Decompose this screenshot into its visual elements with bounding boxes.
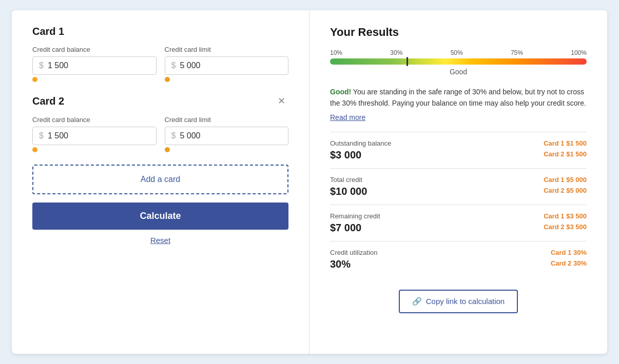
card1-limit-input-wrapper: $: [165, 56, 289, 75]
credit-utilization-label: Credit utilization: [330, 249, 458, 256]
remaining-card1-value: $3 500: [566, 212, 587, 220]
outstanding-balance-left: Outstanding balance $3 000: [330, 132, 458, 168]
card2-balance-input-wrapper: $: [32, 127, 157, 145]
card1-limit-dot: [165, 77, 170, 82]
remaining-card1-label: Card 1: [544, 212, 564, 220]
gauge-label-30: 30%: [390, 49, 402, 56]
copy-link-container: 🔗 Copy link to calculation: [330, 290, 587, 313]
link-icon: 🔗: [412, 297, 422, 306]
card1-balance-input[interactable]: [48, 61, 150, 70]
outstanding-card1-value: $1 500: [566, 139, 587, 147]
outstanding-card2: Card 2 $1 500: [458, 150, 587, 158]
card2-limit-dot: [165, 147, 170, 152]
total-card2-label: Card 2: [544, 187, 564, 194]
total-credit-breakdown: Card 1 $5 000 Card 2 $5 000: [458, 176, 587, 194]
total-credit-right: Card 1 $5 000 Card 2 $5 000: [458, 168, 587, 205]
outstanding-balance-value: $3 000: [330, 149, 458, 161]
card2-balance-dot: [32, 147, 37, 152]
card2-limit-group: Credit card limit $: [165, 116, 289, 152]
left-panel: Card 1 Credit card balance $ Credit card…: [12, 10, 310, 354]
utilization-card1-label: Card 1: [551, 249, 571, 256]
reset-button[interactable]: Reset: [32, 236, 288, 245]
description-text: You are standing in the safe range of 30…: [330, 88, 586, 107]
add-card-button[interactable]: Add a card: [32, 165, 288, 194]
gauge-center-label: Good: [330, 68, 587, 76]
outstanding-balance-breakdown: Card 1 $1 500 Card 2 $1 500: [458, 139, 587, 158]
total-credit-left: Total credit $10 000: [330, 168, 458, 205]
remaining-credit-right: Card 1 $3 500 Card 2 $3 500: [458, 205, 587, 241]
card2-balance-group: Credit card balance $: [32, 116, 157, 152]
card1-limit-input[interactable]: [180, 61, 282, 70]
card2-close-button[interactable]: ✕: [275, 94, 288, 108]
outstanding-card1: Card 1 $1 500: [458, 139, 587, 147]
card2-balance-label: Credit card balance: [32, 116, 157, 124]
remaining-card2-value: $3 500: [566, 223, 587, 231]
utilization-card1-value: 30%: [573, 249, 587, 256]
remaining-card2-label: Card 2: [544, 223, 564, 231]
main-container: Card 1 Credit card balance $ Credit card…: [12, 10, 607, 354]
copy-link-button[interactable]: 🔗 Copy link to calculation: [399, 290, 518, 313]
credit-utilization-right: Card 1 30% Card 2 30%: [458, 241, 587, 277]
utilization-card2: Card 2 30%: [458, 259, 587, 267]
gauge-label-50: 50%: [451, 49, 463, 56]
card2-limit-label: Credit card limit: [165, 116, 289, 124]
remaining-card1: Card 1 $3 500: [458, 212, 587, 220]
utilization-card2-label: Card 2: [551, 259, 571, 267]
card1-fields: Credit card balance $ Credit card limit …: [32, 46, 288, 82]
copy-link-label: Copy link to calculation: [426, 297, 505, 306]
calculate-button[interactable]: Calculate: [32, 203, 288, 230]
card1-limit-prefix: $: [171, 61, 176, 70]
total-card1-value: $5 000: [566, 176, 587, 184]
card2-limit-prefix: $: [171, 131, 176, 140]
remaining-credit-left: Remaining credit $7 000: [330, 205, 458, 241]
gauge-container: 10% 30% 50% 75% 100% Good: [330, 49, 587, 76]
total-credit-value: $10 000: [330, 186, 458, 197]
card1-balance-input-wrapper: $: [32, 56, 157, 75]
outstanding-balance-right: Card 1 $1 500 Card 2 $1 500: [458, 132, 587, 168]
card2-section: Card 2 ✕ Credit card balance $ Credit ca…: [32, 94, 288, 152]
card2-balance-input[interactable]: [48, 131, 150, 140]
result-description: Good! You are standing in the safe range…: [330, 86, 587, 109]
results-grid: Outstanding balance $3 000 Card 1 $1 500…: [330, 132, 587, 277]
card2-limit-input-wrapper: $: [165, 127, 289, 145]
credit-utilization-left: Credit utilization 30%: [330, 241, 458, 277]
card1-limit-label: Credit card limit: [165, 46, 289, 53]
card1-limit-group: Credit card limit $: [165, 46, 289, 82]
gauge-label-100: 100%: [571, 49, 587, 56]
card1-section: Card 1 Credit card balance $ Credit card…: [32, 26, 288, 82]
card2-balance-prefix: $: [39, 131, 44, 140]
gauge-label-10: 10%: [330, 49, 342, 56]
outstanding-card1-label: Card 1: [544, 139, 564, 147]
total-card1-label: Card 1: [544, 176, 564, 184]
total-card2: Card 2 $5 000: [458, 187, 587, 194]
card2-fields: Credit card balance $ Credit card limit …: [32, 116, 288, 152]
gauge-label-75: 75%: [511, 49, 523, 56]
card1-balance-group: Credit card balance $: [32, 46, 157, 82]
total-card2-value: $5 000: [566, 187, 587, 194]
remaining-credit-breakdown: Card 1 $3 500 Card 2 $3 500: [458, 212, 587, 231]
total-credit-label: Total credit: [330, 176, 458, 184]
outstanding-card2-value: $1 500: [566, 150, 587, 158]
remaining-credit-label: Remaining credit: [330, 212, 458, 220]
card1-balance-label: Credit card balance: [32, 46, 157, 53]
utilization-card1: Card 1 30%: [458, 249, 587, 256]
credit-utilization-breakdown: Card 1 30% Card 2 30%: [458, 249, 587, 267]
outstanding-card2-label: Card 2: [544, 150, 564, 158]
card2-limit-input[interactable]: [180, 131, 282, 140]
gauge-needle: [407, 57, 408, 66]
remaining-card2: Card 2 $3 500: [458, 223, 587, 231]
total-card1: Card 1 $5 000: [458, 176, 587, 184]
outstanding-balance-label: Outstanding balance: [330, 139, 458, 147]
card1-balance-prefix: $: [39, 61, 44, 70]
gauge-bar: [330, 58, 587, 65]
results-title: Your Results: [330, 26, 587, 39]
gauge-labels: 10% 30% 50% 75% 100%: [330, 49, 587, 56]
card2-header: Card 2 ✕: [32, 94, 288, 108]
read-more-button[interactable]: Read more: [330, 113, 365, 122]
card2-title: Card 2: [32, 95, 64, 107]
card1-balance-dot: [32, 77, 37, 82]
card1-title: Card 1: [32, 26, 288, 37]
utilization-card2-value: 30%: [573, 259, 587, 267]
right-panel: Your Results 10% 30% 50% 75% 100% Good G…: [310, 10, 607, 354]
remaining-credit-value: $7 000: [330, 222, 458, 234]
